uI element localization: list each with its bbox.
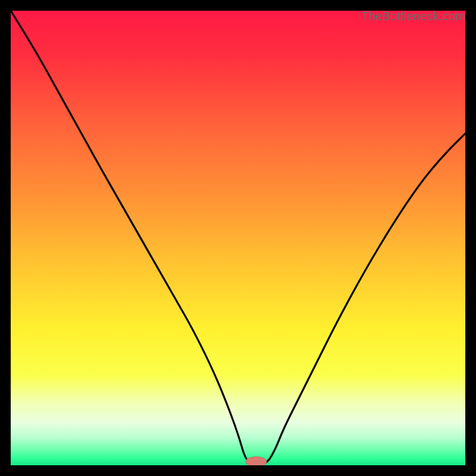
chart-frame: TheBottleneck.com xyxy=(11,11,465,465)
optimum-marker xyxy=(246,457,267,465)
gradient-background xyxy=(11,11,465,465)
watermark-text: TheBottleneck.com xyxy=(361,10,465,23)
bottleneck-chart xyxy=(11,11,465,465)
